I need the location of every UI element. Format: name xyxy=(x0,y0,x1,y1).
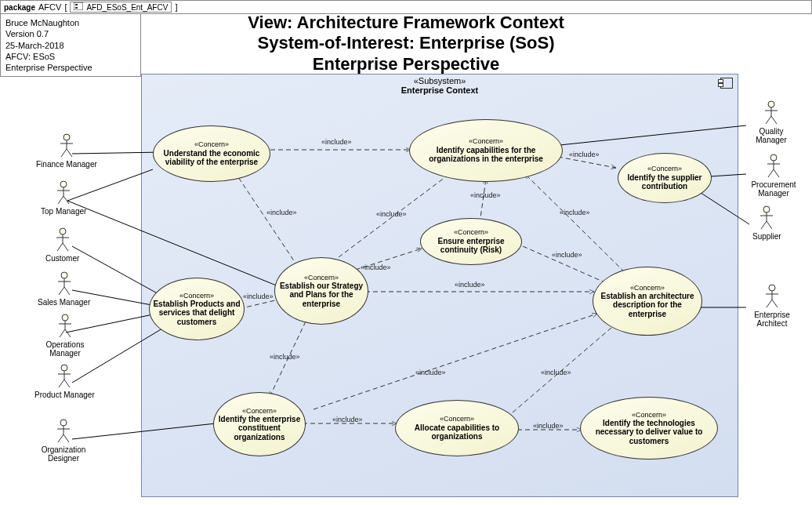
diagram-ref-chip[interactable]: AFD_ESoS_Ent_AFCV xyxy=(70,2,172,13)
concern-name: Establish our Strategy and Plans for the… xyxy=(278,282,364,309)
actor-label: Quality Manager xyxy=(749,127,793,144)
actor-sales-manager[interactable]: Sales Manager xyxy=(38,271,90,307)
svg-line-39 xyxy=(65,329,71,337)
include-label: «include» xyxy=(266,209,297,216)
include-label: «include» xyxy=(270,353,300,361)
include-label: «include» xyxy=(243,292,274,300)
svg-line-38 xyxy=(60,329,65,337)
person-icon xyxy=(759,205,774,232)
concern-name: Establish an architecture description fo… xyxy=(596,292,698,319)
svg-point-30 xyxy=(61,272,67,278)
concern-products-services[interactable]: «Concern» Establish Products and service… xyxy=(149,278,245,340)
svg-point-25 xyxy=(60,228,66,234)
svg-rect-1 xyxy=(75,4,78,5)
person-icon xyxy=(56,419,71,445)
actor-top-manager[interactable]: Top Manager xyxy=(41,180,86,216)
concern-stereotype: «Concern» xyxy=(242,407,277,415)
component-icon xyxy=(720,78,733,89)
person-icon xyxy=(55,227,71,254)
concern-stereotype: «Concern» xyxy=(179,292,214,300)
include-label: «include» xyxy=(361,263,391,271)
actor-organization-designer[interactable]: Organization Designer xyxy=(36,419,91,463)
actor-finance-manager[interactable]: Finance Manager xyxy=(36,133,97,169)
svg-rect-2 xyxy=(75,7,78,9)
diagram-root: package AFCV [ AFD_ESoS_Ent_AFCV ] Bruce… xyxy=(0,0,812,505)
actor-label: Product Manager xyxy=(34,391,95,399)
svg-line-18 xyxy=(61,149,67,157)
concern-stereotype: «Concern» xyxy=(194,140,229,148)
actor-label: Finance Manager xyxy=(36,160,97,169)
include-label: «include» xyxy=(552,251,582,259)
actor-label: Operations Manager xyxy=(41,340,89,358)
include-label: «include» xyxy=(415,369,446,376)
svg-line-33 xyxy=(59,287,64,295)
actor-customer[interactable]: Customer xyxy=(45,227,79,263)
person-icon xyxy=(56,271,72,298)
concern-stereotype: «Concern» xyxy=(647,165,682,173)
title-line-3: Enterprise Perspective xyxy=(0,54,812,74)
actor-label: Top Manager xyxy=(41,207,86,216)
concern-continuity-risk[interactable]: «Concern» Ensure enterprise continuity (… xyxy=(420,218,522,265)
concern-name: Establish Products and services that del… xyxy=(153,300,241,327)
svg-line-49 xyxy=(63,434,69,442)
svg-point-55 xyxy=(770,154,777,161)
svg-point-50 xyxy=(768,101,774,107)
concern-stereotype: «Concern» xyxy=(454,228,488,236)
title-line-1: View: Architecture Framework Context xyxy=(0,13,812,33)
actor-procurement-manager[interactable]: Procurement Manager xyxy=(745,154,803,198)
concern-strategy-plans[interactable]: «Concern» Establish our Strategy and Pla… xyxy=(274,257,368,325)
concern-name: Allocate capabilities to organizations xyxy=(399,423,515,441)
person-icon xyxy=(59,133,74,160)
include-label: «include» xyxy=(560,209,590,216)
include-label: «include» xyxy=(533,422,564,430)
svg-point-45 xyxy=(60,420,67,426)
concern-name: Identify the technologies necessary to d… xyxy=(584,419,714,446)
svg-rect-0 xyxy=(74,2,83,10)
include-label: «include» xyxy=(455,281,485,289)
svg-point-65 xyxy=(769,285,775,291)
include-label: «include» xyxy=(376,210,407,218)
svg-line-29 xyxy=(63,243,68,251)
svg-line-48 xyxy=(58,434,63,442)
actor-supplier[interactable]: Supplier xyxy=(752,205,781,241)
concern-architecture-description[interactable]: «Concern» Establish an architecture desc… xyxy=(593,267,702,336)
actor-label: Supplier xyxy=(752,232,781,241)
svg-line-23 xyxy=(58,196,63,204)
subsystem-name: Enterprise Context xyxy=(142,85,738,95)
title-line-2: System-of-Interest: Enterprise (SoS) xyxy=(0,33,812,53)
person-icon xyxy=(56,180,71,207)
person-icon xyxy=(766,154,781,180)
concern-technologies[interactable]: «Concern» Identify the technologies nece… xyxy=(580,397,718,460)
concern-name: Ensure enterprise continuity (Risk) xyxy=(424,237,518,255)
actor-operations-manager[interactable]: Operations Manager xyxy=(41,314,89,358)
concern-identify-capabilities[interactable]: «Concern» Identify capabilities for the … xyxy=(409,119,563,182)
concern-constituent-orgs[interactable]: «Concern» Identify the enterprise consti… xyxy=(213,392,306,456)
actor-quality-manager[interactable]: Quality Manager xyxy=(749,100,793,144)
actor-label: Enterprise Architect xyxy=(748,311,796,328)
svg-line-28 xyxy=(57,243,63,251)
concern-stereotype: «Concern» xyxy=(469,137,503,145)
concern-supplier-contribution[interactable]: «Concern» Identify the supplier contribu… xyxy=(618,153,712,203)
package-name: AFCV xyxy=(38,2,61,12)
concern-stereotype: «Concern» xyxy=(304,274,339,282)
svg-line-44 xyxy=(64,380,70,387)
svg-line-19 xyxy=(67,149,72,157)
subsystem-header: «Subsystem» Enterprise Context xyxy=(142,76,738,95)
svg-point-35 xyxy=(62,314,68,321)
package-keyword: package xyxy=(4,3,35,12)
include-label: «include» xyxy=(470,191,501,199)
svg-line-43 xyxy=(59,380,64,387)
concern-name: Understand the economic viability of the… xyxy=(157,149,266,167)
svg-line-59 xyxy=(774,169,779,177)
actor-product-manager[interactable]: Product Manager xyxy=(34,364,95,399)
diagram-title: View: Architecture Framework Context Sys… xyxy=(0,13,812,74)
concern-allocate-capabilities[interactable]: «Concern» Allocate capabilities to organ… xyxy=(395,400,519,456)
package-bracket-close: ] xyxy=(175,2,177,12)
concern-name: Identify capabilities for the organizati… xyxy=(413,146,559,164)
concern-economic-viability[interactable]: «Concern» Understand the economic viabil… xyxy=(153,125,270,182)
svg-line-24 xyxy=(63,196,69,204)
svg-line-69 xyxy=(772,300,778,307)
concern-name: Identify the enterprise constituent orga… xyxy=(217,415,302,442)
actor-enterprise-architect[interactable]: Enterprise Architect xyxy=(748,284,796,328)
svg-point-20 xyxy=(60,181,67,187)
